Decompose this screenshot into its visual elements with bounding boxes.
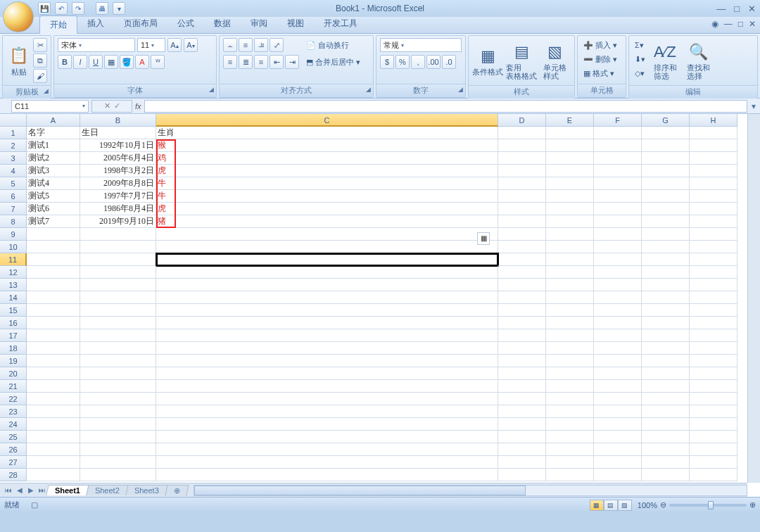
cell-G10[interactable] bbox=[642, 241, 690, 253]
row-header-6[interactable]: 6 bbox=[0, 190, 27, 203]
cell-H6[interactable] bbox=[690, 190, 737, 203]
formula-input[interactable] bbox=[144, 100, 747, 113]
office-button[interactable] bbox=[3, 1, 34, 32]
cell-E21[interactable] bbox=[546, 380, 594, 393]
cell-C3[interactable]: 鸡 bbox=[156, 152, 498, 165]
cell-H22[interactable] bbox=[690, 393, 737, 405]
ribbon-tab-7[interactable]: 开发工具 bbox=[314, 15, 367, 33]
cell-G15[interactable] bbox=[642, 304, 690, 317]
cell-F18[interactable] bbox=[594, 342, 642, 355]
cell-B17[interactable] bbox=[80, 329, 156, 342]
cell-H3[interactable] bbox=[690, 152, 737, 165]
qat-redo-icon[interactable]: ↷ bbox=[72, 2, 84, 15]
cell-B3[interactable]: 2005年6月4日 bbox=[80, 152, 156, 165]
autosum-button[interactable]: Σ▾ bbox=[633, 38, 647, 52]
cell-H7[interactable] bbox=[690, 203, 737, 215]
cell-G12[interactable] bbox=[642, 266, 690, 279]
cell-E26[interactable] bbox=[546, 443, 594, 456]
row-header-13[interactable]: 13 bbox=[0, 279, 27, 291]
cell-E24[interactable] bbox=[546, 418, 594, 431]
cell-B27[interactable] bbox=[80, 456, 156, 469]
cell-F19[interactable] bbox=[594, 355, 642, 367]
cell-G11[interactable] bbox=[642, 253, 690, 266]
cell-C23[interactable] bbox=[156, 405, 498, 418]
maximize-button[interactable]: □ bbox=[734, 4, 740, 14]
cell-G4[interactable] bbox=[642, 165, 690, 177]
cell-C15[interactable] bbox=[156, 304, 498, 317]
font-name-dropdown[interactable]: 宋体▾ bbox=[58, 38, 135, 52]
decimal-increase-button[interactable]: .00 bbox=[426, 55, 441, 69]
cell-C22[interactable] bbox=[156, 393, 498, 405]
sheet-nav-first[interactable]: ⏮ bbox=[3, 486, 14, 494]
cell-B12[interactable] bbox=[80, 266, 156, 279]
row-header-7[interactable]: 7 bbox=[0, 203, 27, 215]
ribbon-tab-2[interactable]: 页面布局 bbox=[114, 15, 167, 33]
cell-F21[interactable] bbox=[594, 380, 642, 393]
cell-F12[interactable] bbox=[594, 266, 642, 279]
align-top-button[interactable]: ⫠ bbox=[223, 38, 237, 52]
cell-F7[interactable] bbox=[594, 203, 642, 215]
ribbon-minimize-icon[interactable]: — bbox=[724, 19, 733, 29]
row-header-25[interactable]: 25 bbox=[0, 431, 27, 443]
launcher-icon[interactable]: ◢ bbox=[458, 86, 463, 93]
cell-C18[interactable] bbox=[156, 342, 498, 355]
clear-button[interactable]: ◇▾ bbox=[633, 66, 647, 80]
cell-F24[interactable] bbox=[594, 418, 642, 431]
cell-A9[interactable] bbox=[27, 228, 80, 241]
new-sheet-button[interactable]: ⊕ bbox=[165, 485, 189, 496]
underline-button[interactable]: U bbox=[89, 55, 103, 69]
fx-icon[interactable]: fx bbox=[135, 102, 141, 110]
fill-color-button[interactable]: 🪣 bbox=[120, 55, 134, 69]
cell-B10[interactable] bbox=[80, 241, 156, 253]
formula-expand-icon[interactable]: ▾ bbox=[747, 101, 760, 111]
cell-E19[interactable] bbox=[546, 355, 594, 367]
cell-D24[interactable] bbox=[498, 418, 546, 431]
cell-H21[interactable] bbox=[690, 380, 737, 393]
cell-A18[interactable] bbox=[27, 342, 80, 355]
cell-G3[interactable] bbox=[642, 152, 690, 165]
conditional-format-button[interactable]: ▦ 条件格式 bbox=[472, 38, 504, 83]
table-format-button[interactable]: ▤ 套用 表格格式 bbox=[506, 38, 538, 83]
ribbon-tab-6[interactable]: 视图 bbox=[277, 15, 314, 33]
accept-icon[interactable]: ✓ bbox=[114, 101, 120, 110]
cell-H15[interactable] bbox=[690, 304, 737, 317]
cell-styles-button[interactable]: ▧ 单元格 样式 bbox=[539, 38, 571, 83]
help-icon[interactable]: ◉ bbox=[711, 19, 718, 29]
cell-B8[interactable]: 2019年9月10日 bbox=[80, 215, 156, 228]
cell-A6[interactable]: 测试5 bbox=[27, 190, 80, 203]
cell-G22[interactable] bbox=[642, 393, 690, 405]
cell-E1[interactable] bbox=[546, 127, 594, 139]
cell-C1[interactable]: 生肖 bbox=[156, 127, 498, 139]
cell-F13[interactable] bbox=[594, 279, 642, 291]
cell-E7[interactable] bbox=[546, 203, 594, 215]
row-header-12[interactable]: 12 bbox=[0, 266, 27, 279]
cell-C20[interactable] bbox=[156, 367, 498, 380]
cell-A24[interactable] bbox=[27, 418, 80, 431]
italic-button[interactable]: I bbox=[73, 55, 87, 69]
cell-B16[interactable] bbox=[80, 317, 156, 329]
qat-undo-icon[interactable]: ↶ bbox=[55, 2, 68, 15]
cell-B2[interactable]: 1992年10月1日 bbox=[80, 139, 156, 152]
cell-B20[interactable] bbox=[80, 367, 156, 380]
minimize-button[interactable]: — bbox=[716, 4, 726, 14]
cell-G21[interactable] bbox=[642, 380, 690, 393]
cell-C9[interactable] bbox=[156, 228, 498, 241]
ribbon-tab-1[interactable]: 插入 bbox=[77, 15, 114, 33]
cell-E6[interactable] bbox=[546, 190, 594, 203]
insert-cells-button[interactable]: ➕插入▾ bbox=[581, 38, 619, 52]
ribbon-tab-0[interactable]: 开始 bbox=[39, 15, 77, 34]
cell-D18[interactable] bbox=[498, 342, 546, 355]
spreadsheet-grid[interactable]: ABCDEFGH 1234567891011121314151617181920… bbox=[0, 114, 760, 497]
cell-D14[interactable] bbox=[498, 291, 546, 304]
cell-C4[interactable]: 虎 bbox=[156, 165, 498, 177]
cell-A4[interactable]: 测试3 bbox=[27, 165, 80, 177]
find-select-button[interactable]: 🔍 查找和 选择 bbox=[683, 38, 714, 83]
phonetic-button[interactable]: ᵂ bbox=[151, 55, 165, 69]
cell-C10[interactable] bbox=[156, 241, 498, 253]
align-left-button[interactable]: ≡ bbox=[223, 55, 237, 69]
cell-C24[interactable] bbox=[156, 418, 498, 431]
cell-F1[interactable] bbox=[594, 127, 642, 139]
cell-E5[interactable] bbox=[546, 177, 594, 190]
cell-F6[interactable] bbox=[594, 190, 642, 203]
cell-B26[interactable] bbox=[80, 443, 156, 456]
